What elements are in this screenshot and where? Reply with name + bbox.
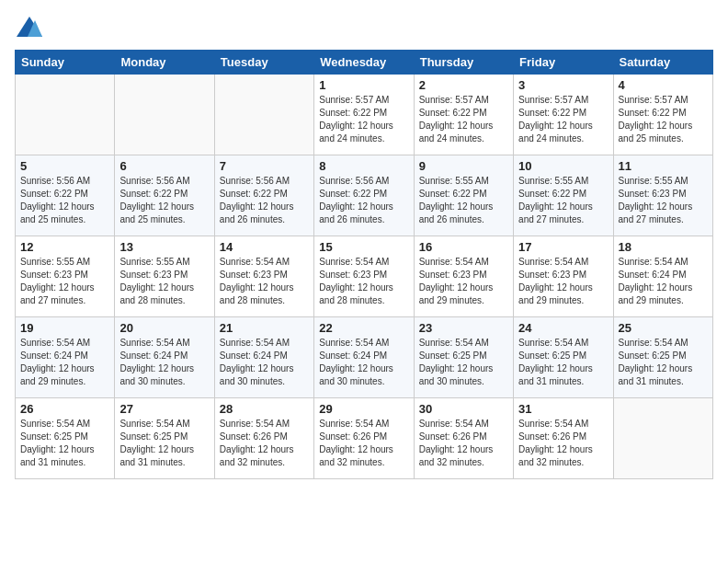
day-cell-8: 8Sunrise: 5:56 AM Sunset: 6:22 PM Daylig… <box>314 155 414 236</box>
day-info: Sunrise: 5:54 AM Sunset: 6:26 PM Dayligh… <box>220 418 309 469</box>
day-number: 14 <box>220 240 309 254</box>
day-cell-19: 19Sunrise: 5:54 AM Sunset: 6:24 PM Dayli… <box>16 317 115 398</box>
weekday-header-friday: Friday <box>514 51 613 75</box>
day-info: Sunrise: 5:54 AM Sunset: 6:24 PM Dayligh… <box>319 337 408 388</box>
day-number: 24 <box>518 321 608 335</box>
day-number: 8 <box>319 159 408 173</box>
day-cell-13: 13Sunrise: 5:55 AM Sunset: 6:23 PM Dayli… <box>115 236 214 317</box>
day-info: Sunrise: 5:54 AM Sunset: 6:26 PM Dayligh… <box>419 418 508 469</box>
week-row-2: 12Sunrise: 5:55 AM Sunset: 6:23 PM Dayli… <box>16 236 713 317</box>
empty-cell <box>214 75 313 155</box>
day-cell-4: 4Sunrise: 5:57 AM Sunset: 6:22 PM Daylig… <box>613 75 712 155</box>
day-number: 4 <box>619 78 708 92</box>
day-info: Sunrise: 5:54 AM Sunset: 6:25 PM Dayligh… <box>20 418 109 469</box>
page-header <box>15 15 713 40</box>
day-number: 18 <box>619 240 708 254</box>
day-number: 21 <box>220 321 309 335</box>
day-info: Sunrise: 5:54 AM Sunset: 6:24 PM Dayligh… <box>619 256 708 307</box>
day-number: 30 <box>419 402 508 416</box>
weekday-header-wednesday: Wednesday <box>314 51 414 75</box>
day-number: 17 <box>518 240 608 254</box>
day-info: Sunrise: 5:54 AM Sunset: 6:23 PM Dayligh… <box>419 256 508 307</box>
day-number: 16 <box>419 240 508 254</box>
day-cell-10: 10Sunrise: 5:55 AM Sunset: 6:22 PM Dayli… <box>514 155 613 236</box>
day-cell-27: 27Sunrise: 5:54 AM Sunset: 6:25 PM Dayli… <box>115 398 214 479</box>
day-number: 13 <box>119 240 209 254</box>
day-info: Sunrise: 5:55 AM Sunset: 6:23 PM Dayligh… <box>20 256 109 307</box>
weekday-header-thursday: Thursday <box>414 51 513 75</box>
empty-cell <box>16 75 115 155</box>
day-info: Sunrise: 5:54 AM Sunset: 6:23 PM Dayligh… <box>220 256 309 307</box>
day-info: Sunrise: 5:55 AM Sunset: 6:22 PM Dayligh… <box>419 175 508 226</box>
day-number: 2 <box>419 78 508 92</box>
day-info: Sunrise: 5:56 AM Sunset: 6:22 PM Dayligh… <box>220 175 309 226</box>
day-number: 23 <box>419 321 508 335</box>
day-cell-18: 18Sunrise: 5:54 AM Sunset: 6:24 PM Dayli… <box>613 236 712 317</box>
day-number: 6 <box>119 159 209 173</box>
day-info: Sunrise: 5:54 AM Sunset: 6:25 PM Dayligh… <box>419 337 508 388</box>
day-number: 15 <box>319 240 408 254</box>
day-info: Sunrise: 5:56 AM Sunset: 6:22 PM Dayligh… <box>20 175 109 226</box>
weekday-header-sunday: Sunday <box>16 51 115 75</box>
day-number: 20 <box>119 321 209 335</box>
day-cell-11: 11Sunrise: 5:55 AM Sunset: 6:23 PM Dayli… <box>613 155 712 236</box>
empty-cell <box>115 75 214 155</box>
weekday-header-saturday: Saturday <box>613 51 712 75</box>
day-number: 9 <box>419 159 508 173</box>
day-number: 29 <box>319 402 408 416</box>
day-number: 5 <box>20 159 109 173</box>
day-cell-1: 1Sunrise: 5:57 AM Sunset: 6:22 PM Daylig… <box>314 75 414 155</box>
day-number: 27 <box>119 402 209 416</box>
day-cell-6: 6Sunrise: 5:56 AM Sunset: 6:22 PM Daylig… <box>115 155 214 236</box>
day-cell-9: 9Sunrise: 5:55 AM Sunset: 6:22 PM Daylig… <box>414 155 513 236</box>
day-cell-21: 21Sunrise: 5:54 AM Sunset: 6:24 PM Dayli… <box>214 317 313 398</box>
day-number: 11 <box>619 159 708 173</box>
day-cell-14: 14Sunrise: 5:54 AM Sunset: 6:23 PM Dayli… <box>214 236 313 317</box>
day-cell-23: 23Sunrise: 5:54 AM Sunset: 6:25 PM Dayli… <box>414 317 513 398</box>
weekday-header-row: SundayMondayTuesdayWednesdayThursdayFrid… <box>16 51 713 75</box>
day-number: 19 <box>20 321 109 335</box>
day-info: Sunrise: 5:54 AM Sunset: 6:23 PM Dayligh… <box>319 256 408 307</box>
week-row-0: 1Sunrise: 5:57 AM Sunset: 6:22 PM Daylig… <box>16 75 713 155</box>
week-row-1: 5Sunrise: 5:56 AM Sunset: 6:22 PM Daylig… <box>16 155 713 236</box>
day-cell-7: 7Sunrise: 5:56 AM Sunset: 6:22 PM Daylig… <box>214 155 313 236</box>
day-cell-5: 5Sunrise: 5:56 AM Sunset: 6:22 PM Daylig… <box>16 155 115 236</box>
calendar-body: 1Sunrise: 5:57 AM Sunset: 6:22 PM Daylig… <box>16 75 713 479</box>
weekday-header-tuesday: Tuesday <box>214 51 313 75</box>
day-number: 10 <box>518 159 608 173</box>
day-number: 31 <box>518 402 608 416</box>
logo-icon <box>15 15 44 40</box>
day-info: Sunrise: 5:57 AM Sunset: 6:22 PM Dayligh… <box>518 94 608 145</box>
day-number: 7 <box>220 159 309 173</box>
day-info: Sunrise: 5:56 AM Sunset: 6:22 PM Dayligh… <box>119 175 209 226</box>
day-cell-12: 12Sunrise: 5:55 AM Sunset: 6:23 PM Dayli… <box>16 236 115 317</box>
day-cell-24: 24Sunrise: 5:54 AM Sunset: 6:25 PM Dayli… <box>514 317 613 398</box>
logo <box>15 15 48 40</box>
day-number: 22 <box>319 321 408 335</box>
day-number: 28 <box>220 402 309 416</box>
day-cell-17: 17Sunrise: 5:54 AM Sunset: 6:23 PM Dayli… <box>514 236 613 317</box>
calendar-table: SundayMondayTuesdayWednesdayThursdayFrid… <box>15 50 713 479</box>
day-number: 3 <box>518 78 608 92</box>
empty-cell <box>613 398 712 479</box>
day-cell-25: 25Sunrise: 5:54 AM Sunset: 6:25 PM Dayli… <box>613 317 712 398</box>
day-info: Sunrise: 5:54 AM Sunset: 6:24 PM Dayligh… <box>119 337 209 388</box>
day-info: Sunrise: 5:54 AM Sunset: 6:26 PM Dayligh… <box>319 418 408 469</box>
day-info: Sunrise: 5:54 AM Sunset: 6:25 PM Dayligh… <box>518 337 608 388</box>
day-cell-26: 26Sunrise: 5:54 AM Sunset: 6:25 PM Dayli… <box>16 398 115 479</box>
day-number: 12 <box>20 240 109 254</box>
week-row-3: 19Sunrise: 5:54 AM Sunset: 6:24 PM Dayli… <box>16 317 713 398</box>
day-info: Sunrise: 5:55 AM Sunset: 6:23 PM Dayligh… <box>619 175 708 226</box>
day-number: 1 <box>319 78 408 92</box>
day-cell-22: 22Sunrise: 5:54 AM Sunset: 6:24 PM Dayli… <box>314 317 414 398</box>
day-cell-15: 15Sunrise: 5:54 AM Sunset: 6:23 PM Dayli… <box>314 236 414 317</box>
day-info: Sunrise: 5:57 AM Sunset: 6:22 PM Dayligh… <box>619 94 708 145</box>
day-info: Sunrise: 5:54 AM Sunset: 6:25 PM Dayligh… <box>619 337 708 388</box>
day-info: Sunrise: 5:56 AM Sunset: 6:22 PM Dayligh… <box>319 175 408 226</box>
day-info: Sunrise: 5:54 AM Sunset: 6:25 PM Dayligh… <box>119 418 209 469</box>
day-info: Sunrise: 5:54 AM Sunset: 6:24 PM Dayligh… <box>20 337 109 388</box>
day-info: Sunrise: 5:57 AM Sunset: 6:22 PM Dayligh… <box>319 94 408 145</box>
day-info: Sunrise: 5:54 AM Sunset: 6:23 PM Dayligh… <box>518 256 608 307</box>
day-cell-28: 28Sunrise: 5:54 AM Sunset: 6:26 PM Dayli… <box>214 398 313 479</box>
day-number: 26 <box>20 402 109 416</box>
